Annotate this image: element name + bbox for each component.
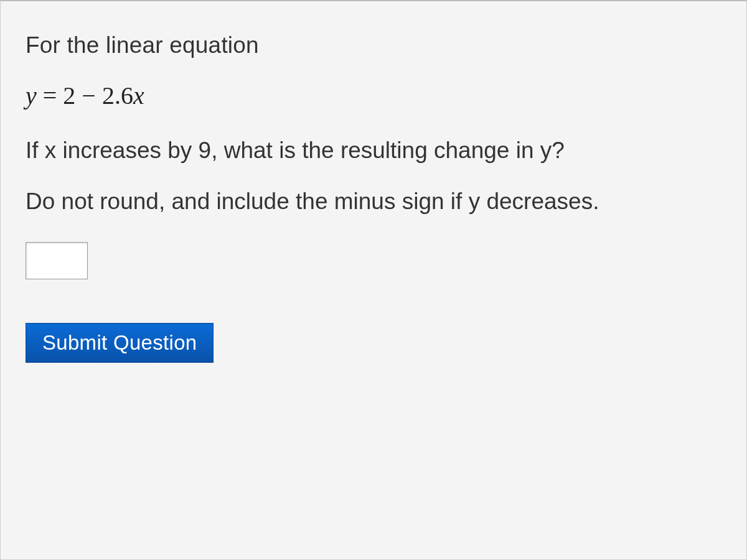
instruction-text: Do not round, and include the minus sign… — [26, 189, 721, 215]
question-container: For the linear equation y = 2 − 2.6x If … — [0, 0, 747, 560]
equation-var-x: x — [133, 82, 144, 110]
answer-input[interactable] — [26, 242, 88, 279]
equation: y = 2 − 2.6x — [26, 81, 721, 110]
question-text: If x increases by 9, what is the resulti… — [26, 138, 721, 164]
prompt-intro: For the linear equation — [26, 32, 721, 58]
equation-body: = 2 − 2.6 — [37, 82, 133, 110]
submit-button[interactable]: Submit Question — [26, 323, 214, 363]
equation-var-y: y — [26, 82, 37, 110]
